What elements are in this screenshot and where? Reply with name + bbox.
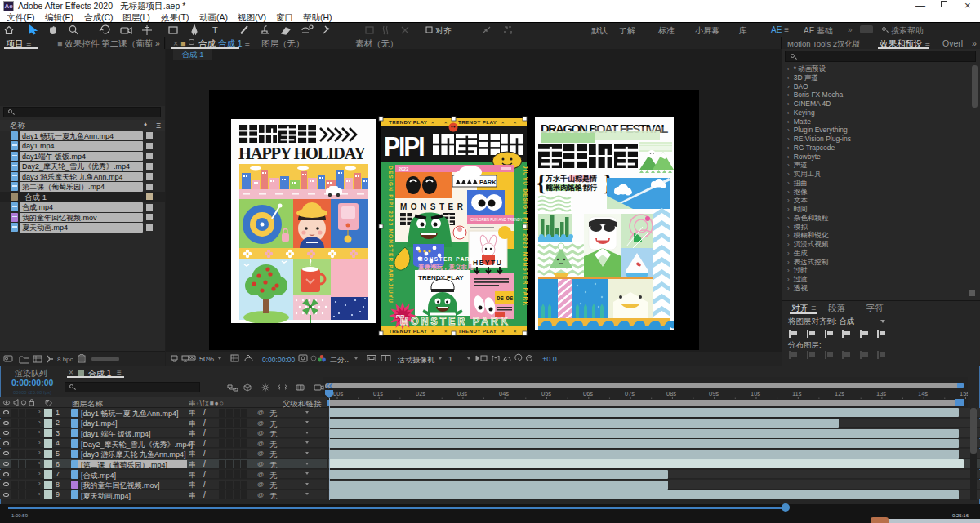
svg-text:MONSTER PARK: MONSTER PARK (418, 256, 475, 262)
svg-text:04s: 04s (499, 390, 509, 397)
svg-text:07s: 07s (625, 390, 635, 397)
svg-text:05s: 05s (541, 390, 551, 397)
svg-text:糯米肉馅馅都行: 糯米肉馅馅都行 (545, 184, 598, 192)
svg-text:×: × (501, 120, 505, 125)
svg-text:×: × (444, 329, 448, 334)
svg-text:DESIGN PIPI 2023 MONSTER PARKJ: DESIGN PIPI 2023 MONSTER PARKJIUYU (388, 166, 394, 304)
svg-text::00s: :00s (332, 390, 343, 397)
svg-text:×: × (501, 329, 505, 334)
svg-text:06s: 06s (583, 390, 593, 397)
svg-text:万水千山粽是情: 万水千山粽是情 (545, 175, 597, 183)
svg-text:09s: 09s (709, 390, 719, 397)
svg-text:13s: 13s (876, 390, 886, 397)
svg-text:{: { (537, 170, 546, 195)
svg-text:T: T (212, 25, 218, 35)
svg-text:11s: 11s (792, 390, 802, 397)
svg-text:×: × (514, 120, 517, 125)
svg-text:TRENDY PLAY: TRENDY PLAY (389, 119, 428, 125)
svg-text:HEYTU: HEYTU (473, 259, 502, 267)
svg-text:12s: 12s (835, 390, 844, 397)
svg-text:08s: 08s (666, 390, 676, 397)
svg-text:2022: 2022 (399, 166, 408, 171)
svg-text:HAPPY HOLIDAY: HAPPY HOLIDAY (238, 144, 366, 162)
svg-text:06-06: 06-06 (497, 295, 514, 302)
svg-text:02s: 02s (416, 390, 425, 397)
svg-text:TRENDY PLAY: TRENDY PLAY (458, 328, 497, 334)
svg-text:JIUYU DESIGN PIPI 2023 MONSTER: JIUYU DESIGN PIPI 2023 MONSTER PARK (523, 166, 528, 306)
svg-text:01s: 01s (373, 390, 383, 397)
svg-text:PIPI: PIPI (384, 131, 424, 162)
svg-text:PARK: PARK (479, 179, 497, 186)
svg-text:CHILDREN FUN AND TRENDY: CHILDREN FUN AND TRENDY (470, 218, 523, 222)
svg-text:10s: 10s (751, 390, 760, 397)
svg-text:TRENDY PLAY: TRENDY PLAY (389, 328, 428, 334)
svg-text:×: × (431, 329, 434, 334)
svg-text:MONSTER: MONSTER (400, 202, 467, 211)
svg-text:TRENDY PLAY: TRENDY PLAY (458, 119, 497, 125)
svg-text:童趣潮玩，意义非凡: 童趣潮玩，意义非凡 (417, 264, 474, 271)
svg-text:15s: 15s (960, 390, 968, 397)
svg-text:×: × (444, 120, 448, 125)
svg-text:MONSTER PARK: MONSTER PARK (400, 316, 510, 327)
svg-text:14s: 14s (918, 390, 928, 397)
svg-text:×: × (431, 120, 434, 125)
svg-text:03s: 03s (457, 390, 467, 397)
svg-text:×: × (514, 329, 517, 334)
